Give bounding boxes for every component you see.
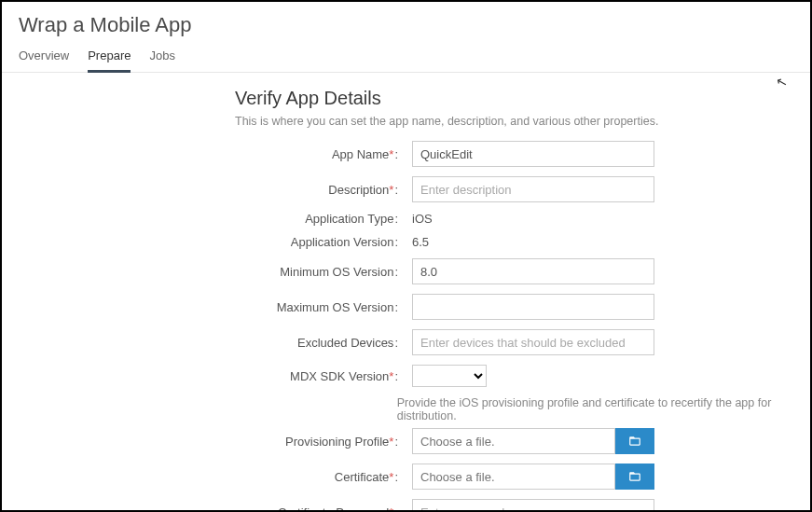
section-title: Verify App Details bbox=[235, 88, 793, 109]
prov-profile-input[interactable] bbox=[412, 428, 615, 454]
label-min-os: Minimum OS Version: bbox=[235, 265, 403, 279]
app-name-input[interactable] bbox=[412, 141, 654, 167]
label-max-os: Maximum OS Version: bbox=[235, 300, 403, 314]
certificate-input[interactable] bbox=[412, 464, 615, 490]
tab-bar: Overview Prepare Jobs bbox=[2, 37, 810, 73]
label-certificate: Certificate*: bbox=[235, 470, 403, 484]
tab-overview[interactable]: Overview bbox=[19, 48, 69, 72]
page-title: Wrap a Mobile App bbox=[19, 13, 793, 37]
folder-open-icon bbox=[627, 470, 642, 483]
section-desc: This is where you can set the app name, … bbox=[235, 115, 793, 128]
excluded-devices-input[interactable] bbox=[412, 329, 654, 355]
provision-helper-text: Provide the iOS provisioning profile and… bbox=[397, 396, 793, 422]
label-app-name: App Name*: bbox=[235, 147, 403, 161]
label-mdx-sdk: MDX SDK Version*: bbox=[235, 369, 403, 383]
label-app-version: Application Version: bbox=[235, 235, 403, 249]
tab-jobs[interactable]: Jobs bbox=[149, 48, 174, 72]
label-cert-password: Certificate Password*: bbox=[235, 505, 403, 513]
app-version-value: 6.5 bbox=[412, 235, 429, 249]
prov-profile-browse-button[interactable] bbox=[615, 428, 654, 454]
cert-password-input[interactable] bbox=[412, 499, 654, 512]
label-description: Description*: bbox=[235, 183, 403, 197]
label-app-type: Application Type: bbox=[235, 212, 403, 226]
certificate-browse-button[interactable] bbox=[615, 464, 654, 490]
label-prov-profile: Provisioning Profile*: bbox=[235, 435, 403, 449]
label-excluded: Excluded Devices: bbox=[235, 336, 403, 350]
folder-open-icon bbox=[627, 435, 642, 448]
mdx-sdk-select[interactable] bbox=[412, 365, 487, 387]
description-input[interactable] bbox=[412, 176, 654, 202]
min-os-input[interactable] bbox=[412, 258, 654, 284]
max-os-input[interactable] bbox=[412, 294, 654, 320]
app-type-value: iOS bbox=[412, 212, 433, 226]
tab-prepare[interactable]: Prepare bbox=[88, 48, 131, 73]
